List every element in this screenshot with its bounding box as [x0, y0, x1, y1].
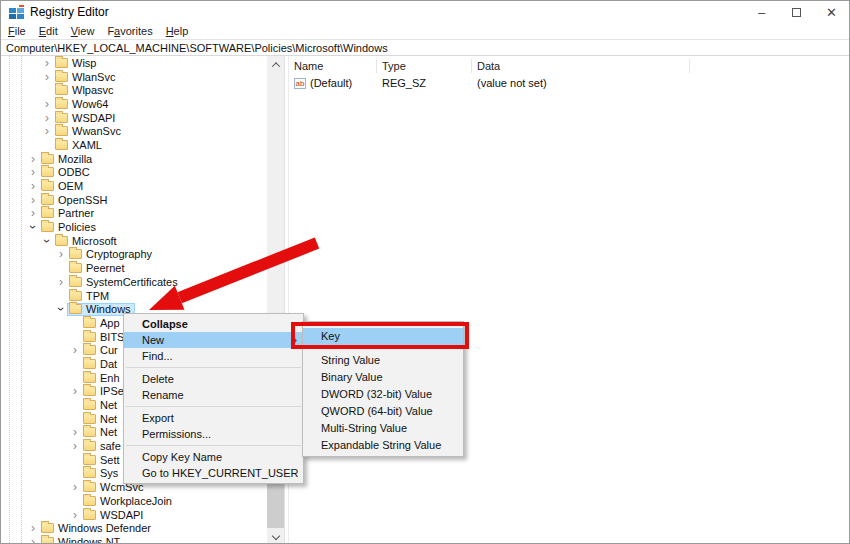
chevron-down-icon[interactable]: ›: [28, 221, 38, 233]
tree-item-label: Net: [100, 399, 117, 411]
chevron-right-icon[interactable]: ›: [27, 537, 39, 544]
tree-item-odbc[interactable]: ›ODBC: [1, 166, 267, 180]
tree-item-wlpasvc[interactable]: Wlpasvc: [1, 83, 267, 97]
folder-icon: [83, 414, 96, 424]
context-menu-item-go-to-hkey-current-user[interactable]: Go to HKEY_CURRENT_USER: [124, 465, 303, 481]
tree-item-body: Peernet: [67, 262, 129, 275]
tree-item-wlansvc[interactable]: ›WlanSvc: [1, 70, 267, 84]
chevron-right-icon[interactable]: ›: [69, 386, 81, 396]
tree-item-partner[interactable]: ›Partner: [1, 207, 267, 221]
column-header-name[interactable]: Name: [289, 59, 377, 73]
chevron-right-icon[interactable]: ›: [55, 249, 67, 259]
menu-help[interactable]: Help: [166, 25, 189, 37]
addressbar[interactable]: Computer\HKEY_LOCAL_MACHINE\SOFTWARE\Pol…: [1, 39, 849, 56]
tree-item-body: Cur: [81, 344, 122, 357]
scroll-up-icon[interactable]: [267, 56, 284, 73]
tree-item-microsoft[interactable]: ›Microsoft: [1, 234, 267, 248]
chevron-down-icon[interactable]: ›: [56, 303, 66, 315]
context-menu-item-new[interactable]: New›: [124, 332, 303, 348]
tree-item-body: safe: [81, 440, 125, 453]
tree-item-wsdapi[interactable]: ›WSDAPI: [1, 111, 267, 125]
tree-item-workplacejoin[interactable]: WorkplaceJoin: [1, 494, 267, 508]
chevron-right-icon[interactable]: ›: [27, 154, 39, 164]
value-name-cell: ab (Default): [289, 77, 377, 89]
tree-item-label: WlanSvc: [72, 71, 115, 83]
tree-item-cryptography[interactable]: ›Cryptography: [1, 248, 267, 262]
maximize-button[interactable]: [779, 1, 814, 23]
menu-edit[interactable]: Edit: [39, 25, 58, 37]
context-menu-item-collapse[interactable]: Collapse: [124, 316, 303, 332]
tree-item-wow64[interactable]: ›Wow64: [1, 97, 267, 111]
tree-item-wwansvc[interactable]: ›WwanSvc: [1, 124, 267, 138]
chevron-right-icon[interactable]: ›: [41, 126, 53, 136]
chevron-down-icon[interactable]: ›: [42, 235, 52, 247]
tree-item-xaml[interactable]: XAML: [1, 138, 267, 152]
context-menu-item-delete[interactable]: Delete: [124, 371, 303, 387]
chevron-right-icon[interactable]: ›: [55, 277, 67, 287]
tree-item-body: Enh: [81, 371, 124, 384]
menu-view[interactable]: View: [71, 25, 95, 37]
chevron-right-icon[interactable]: ›: [27, 208, 39, 218]
minimize-button[interactable]: –: [744, 1, 779, 23]
chevron-right-icon[interactable]: ›: [41, 58, 53, 68]
chevron-right-icon[interactable]: ›: [69, 482, 81, 492]
column-header-data[interactable]: Data: [472, 59, 690, 73]
context-menu-item-find-[interactable]: Find...: [124, 348, 303, 364]
context-menu-item-export[interactable]: Export: [124, 410, 303, 426]
menu-favorites[interactable]: Favorites: [107, 25, 152, 37]
chevron-right-icon[interactable]: ›: [27, 523, 39, 533]
close-button[interactable]: ✕: [814, 1, 849, 23]
tree-item-body: Wlpasvc: [53, 84, 118, 97]
tree-item-peernet[interactable]: Peernet: [1, 261, 267, 275]
string-value-icon: ab: [294, 78, 306, 89]
scroll-down-icon[interactable]: [267, 527, 284, 544]
registry-editor-window: Registry Editor – ✕ FileEditViewFavorite…: [0, 0, 850, 544]
menu-file[interactable]: File: [8, 25, 26, 37]
submenu-item-key[interactable]: Key: [303, 328, 463, 345]
tree-item-windows-defender[interactable]: ›Windows Defender: [1, 521, 267, 535]
submenu-item-expandable-string-value[interactable]: Expandable String Value: [303, 437, 463, 454]
context-menu-item-rename[interactable]: Rename: [124, 387, 303, 403]
tree-item-windows-nt[interactable]: ›Windows NT: [1, 535, 267, 544]
tree-item-label: Policies: [58, 221, 96, 233]
folder-icon: [41, 523, 54, 533]
context-menu-item-copy-key-name[interactable]: Copy Key Name: [124, 449, 303, 465]
chevron-right-icon[interactable]: ›: [69, 345, 81, 355]
tree-item-mozilla[interactable]: ›Mozilla: [1, 152, 267, 166]
chevron-right-icon[interactable]: ›: [41, 113, 53, 123]
tree-item-label: Partner: [58, 207, 94, 219]
chevron-right-icon[interactable]: ›: [41, 99, 53, 109]
submenu-item-dword-32-bit-value[interactable]: DWORD (32-bit) Value: [303, 386, 463, 403]
chevron-right-icon[interactable]: ›: [27, 167, 39, 177]
context-menu-separator: [126, 367, 301, 368]
tree-item-tpm[interactable]: TPM: [1, 289, 267, 303]
chevron-right-icon[interactable]: ›: [27, 195, 39, 205]
tree-item-oem[interactable]: ›OEM: [1, 179, 267, 193]
tree-item-systemcertificates[interactable]: ›SystemCertificates: [1, 275, 267, 289]
context-menu-item-permissions-[interactable]: Permissions...: [124, 426, 303, 442]
submenu-item-qword-64-bit-value[interactable]: QWORD (64-bit) Value: [303, 403, 463, 420]
registry-path: Computer\HKEY_LOCAL_MACHINE\SOFTWARE\Pol…: [6, 42, 388, 54]
chevron-right-icon[interactable]: ›: [69, 510, 81, 520]
tree-item-label: XAML: [72, 139, 102, 151]
tree-item-label: WorkplaceJoin: [100, 495, 172, 507]
chevron-right-icon[interactable]: ›: [27, 181, 39, 191]
chevron-right-icon[interactable]: ›: [41, 72, 53, 82]
tree-item-body: BITS: [81, 330, 128, 343]
submenu-item-binary-value[interactable]: Binary Value: [303, 369, 463, 386]
chevron-right-icon[interactable]: ›: [69, 441, 81, 451]
tree-item-body: Policies: [39, 221, 100, 234]
value-type-cell: REG_SZ: [377, 77, 472, 89]
tree-item-wisp[interactable]: ›Wisp: [1, 56, 267, 70]
tree-item-wsdapi[interactable]: ›WSDAPI: [1, 508, 267, 522]
value-row-default[interactable]: ab (Default) REG_SZ (value not set): [289, 76, 849, 90]
submenu-item-multi-string-value[interactable]: Multi-String Value: [303, 420, 463, 437]
chevron-right-icon[interactable]: ›: [69, 427, 81, 437]
tree-item-body: Net: [81, 399, 121, 412]
tree-item-openssh[interactable]: ›OpenSSH: [1, 193, 267, 207]
submenu-item-string-value[interactable]: String Value: [303, 352, 463, 369]
column-header-type[interactable]: Type: [377, 59, 472, 73]
scrollbar-thumb[interactable]: [267, 482, 284, 528]
tree-item-policies[interactable]: ›Policies: [1, 220, 267, 234]
tree-item-label: SystemCertificates: [86, 276, 178, 288]
